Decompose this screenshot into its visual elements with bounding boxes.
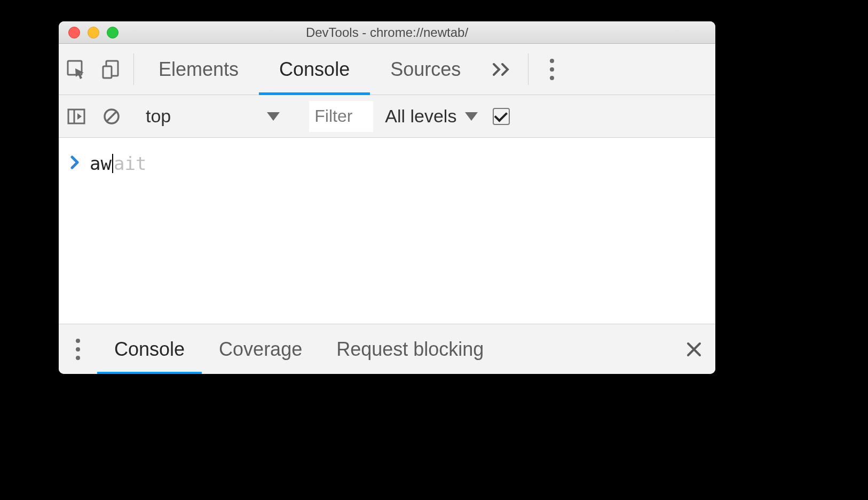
drawer-tab-console[interactable]: Console [97,324,202,374]
chevron-down-icon [267,112,280,121]
separator [133,53,134,85]
console-prompt-row: await [70,153,704,174]
console-input[interactable]: await [90,153,146,174]
svg-point-10 [76,339,80,343]
zoom-window-button[interactable] [107,27,119,38]
tab-label: Elements [159,58,239,81]
tab-label: Coverage [219,338,302,361]
svg-point-12 [76,356,80,360]
filter-input[interactable] [309,101,373,132]
console-body[interactable]: await [59,138,715,324]
typed-text: aw [90,153,112,174]
minimize-window-button[interactable] [88,27,99,38]
svg-rect-2 [103,66,112,78]
drawer-tab-coverage[interactable]: Coverage [202,324,319,374]
svg-rect-6 [68,110,84,123]
levels-label: All levels [385,106,456,127]
tab-label: Console [279,58,350,81]
svg-point-4 [550,67,554,72]
close-drawer-icon[interactable] [673,324,715,374]
close-window-button[interactable] [68,27,80,38]
tab-label: Console [114,338,185,361]
tab-sources[interactable]: Sources [370,44,481,95]
svg-line-9 [106,111,117,122]
context-selector[interactable]: top [138,95,286,137]
device-toolbar-icon[interactable] [94,44,129,95]
svg-point-3 [550,59,554,63]
drawer-tab-request-blocking[interactable]: Request blocking [319,324,501,374]
log-levels-selector[interactable]: All levels [385,106,478,127]
svg-point-5 [550,76,554,80]
console-toolbar: top All levels [59,95,715,138]
group-similar-checkbox[interactable] [493,108,510,125]
text-caret [112,154,113,173]
inspect-element-icon[interactable] [59,44,94,95]
svg-point-11 [76,347,80,351]
separator [528,53,528,85]
tab-elements[interactable]: Elements [138,44,259,95]
drawer: Console Coverage Request blocking [59,324,715,374]
toggle-sidebar-icon[interactable] [59,107,94,126]
devtools-window: DevTools - chrome://newtab/ Elements Con… [59,21,715,374]
prompt-chevron-icon [70,154,80,173]
chevron-down-icon [465,112,478,121]
main-menu-icon[interactable] [533,44,571,95]
context-label: top [146,106,171,127]
autocomplete-ghost: ait [114,153,146,174]
tab-label: Request blocking [336,338,484,361]
more-tabs-icon[interactable] [481,44,524,95]
tab-console[interactable]: Console [259,44,370,95]
window-title: DevTools - chrome://newtab/ [59,25,715,40]
titlebar: DevTools - chrome://newtab/ [59,21,715,44]
clear-console-icon[interactable] [94,107,129,126]
main-tabbar: Elements Console Sources [59,44,715,95]
spacer [501,324,673,374]
tab-label: Sources [390,58,461,81]
drawer-menu-icon[interactable] [59,324,97,374]
window-controls [59,27,119,38]
